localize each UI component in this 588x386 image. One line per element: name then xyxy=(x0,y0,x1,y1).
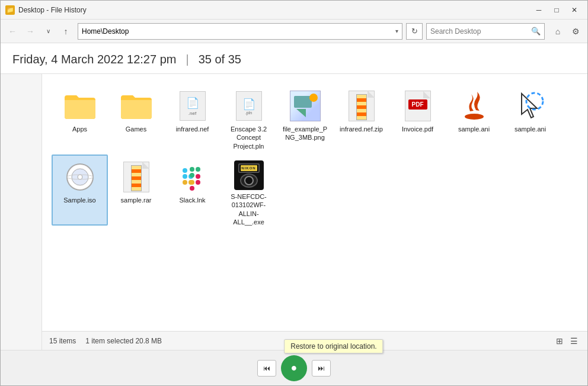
file-item-name: Sample.iso xyxy=(63,196,95,204)
svg-rect-10 xyxy=(190,167,194,172)
file-item-name: infrared.nef.zip xyxy=(340,125,383,133)
file-item-name: Enscape 3.2 Concept Project.pln xyxy=(224,125,273,150)
date-header: Friday, 4 March 2022 12:27 pm | 35 of 35 xyxy=(1,43,587,74)
nav-bar: ← → ∨ ↑ ▾ ↻ 🔍 ⌂ ⚙ xyxy=(1,20,587,43)
window-title: Desktop - File History xyxy=(18,6,531,14)
maximize-button[interactable]: □ xyxy=(548,4,565,17)
svg-rect-8 xyxy=(183,168,187,173)
file-item-name: Slack.lnk xyxy=(179,196,205,204)
svg-rect-12 xyxy=(190,173,194,178)
file-area: Apps Games 📄 xyxy=(42,74,587,350)
svg-point-5 xyxy=(78,175,82,179)
title-bar: 📁 Desktop - File History ─ □ ✕ xyxy=(1,1,587,20)
status-info: 15 items 1 item selected 20.8 MB xyxy=(49,337,162,345)
file-item-name: Apps xyxy=(72,125,87,133)
list-item[interactable]: file_example_PNG_3MB.png xyxy=(277,83,333,155)
forward-button[interactable]: → xyxy=(22,23,39,40)
count-text: 35 of 35 xyxy=(199,53,241,66)
file-item-name: sample.ani xyxy=(458,125,490,133)
zip-icon xyxy=(345,89,378,123)
items-count: 15 items xyxy=(49,337,76,345)
list-item[interactable]: 📄 .nef infrared.nef xyxy=(164,83,220,155)
restore-tooltip: Restore to original location. xyxy=(284,339,383,353)
nikon-exe-icon: NIKON xyxy=(232,160,266,190)
file-item-name: sample.ani xyxy=(514,125,546,133)
close-button[interactable]: ✕ xyxy=(566,4,583,17)
png-icon xyxy=(289,89,322,123)
list-item[interactable]: Apps xyxy=(52,83,108,155)
folder-icon xyxy=(120,89,153,123)
list-item[interactable]: Games xyxy=(108,83,164,155)
svg-point-0 xyxy=(465,114,484,120)
window-controls: ─ □ ✕ xyxy=(531,4,583,17)
svg-rect-18 xyxy=(190,186,194,191)
file-item-name: sample.rar xyxy=(121,196,152,204)
slack-icon xyxy=(176,160,209,194)
bottom-bar: ⏮ ● ⏭ Restore to original location. xyxy=(1,350,587,385)
file-item-name: infrared.nef xyxy=(176,125,209,133)
refresh-button[interactable]: ↻ xyxy=(406,23,423,40)
list-item[interactable]: Sample.iso xyxy=(52,155,108,226)
pln-icon: 📄 .pln xyxy=(232,89,266,123)
java-icon xyxy=(458,89,491,123)
iso-icon xyxy=(63,160,97,194)
svg-rect-15 xyxy=(190,180,194,185)
list-item[interactable]: sample.ani xyxy=(502,83,558,155)
search-input[interactable] xyxy=(430,27,531,36)
selected-info: 1 item selected 20.8 MB xyxy=(85,337,162,345)
list-item[interactable]: sample.ani xyxy=(446,83,502,155)
svg-rect-13 xyxy=(183,180,187,185)
file-item-name: S-NEFCDC-013102WF-ALLIN-ALL__.exe xyxy=(224,192,273,226)
rar-icon xyxy=(120,160,153,194)
prev-button[interactable]: ⏮ xyxy=(257,360,276,377)
list-item[interactable]: sample.rar xyxy=(108,155,164,226)
main-window: 📁 Desktop - File History ─ □ ✕ ← → ∨ ↑ ▾… xyxy=(0,0,588,386)
date-separator: | xyxy=(186,53,188,66)
file-item-name: Games xyxy=(126,125,146,133)
app-icon: 📁 xyxy=(5,5,15,15)
settings-button[interactable]: ⚙ xyxy=(567,23,584,40)
main-content: Apps Games 📄 xyxy=(1,74,587,350)
next-button[interactable]: ⏭ xyxy=(312,360,331,377)
back-button[interactable]: ← xyxy=(4,23,21,40)
ani-cursor-icon xyxy=(514,89,547,123)
search-bar: 🔍 xyxy=(426,23,545,40)
view-controls: ⊞ ☰ xyxy=(553,334,580,348)
home-button[interactable]: ⌂ xyxy=(549,23,566,40)
folder-icon xyxy=(63,89,97,123)
pdf-icon: PDF xyxy=(401,89,434,123)
nef-icon: 📄 .nef xyxy=(176,89,209,123)
svg-marker-1 xyxy=(522,94,537,118)
svg-rect-7 xyxy=(183,174,187,179)
sidebar xyxy=(1,74,42,350)
list-item[interactable]: 📄 .pln Enscape 3.2 Concept Project.pln xyxy=(220,83,277,155)
file-grid: Apps Games 📄 xyxy=(42,74,587,331)
play-button[interactable]: ● xyxy=(281,355,307,381)
toolbar-right: ⌂ ⚙ xyxy=(549,23,584,40)
search-button[interactable]: 🔍 xyxy=(531,27,541,36)
file-item-name: Invoice.pdf xyxy=(402,125,433,133)
date-text: Friday, 4 March 2022 12:27 pm xyxy=(12,53,176,66)
up-button[interactable]: ↑ xyxy=(57,23,74,40)
list-item[interactable]: infrared.nef.zip xyxy=(333,83,389,155)
dropdown-button[interactable]: ∨ xyxy=(40,23,56,40)
minimize-button[interactable]: ─ xyxy=(531,4,547,17)
list-item[interactable]: NIKON S-NEFCDC-013102WF-ALLIN-ALL__.exe xyxy=(220,155,277,226)
list-item[interactable]: PDF Invoice.pdf xyxy=(389,83,446,155)
svg-rect-16 xyxy=(196,174,200,179)
file-item-name: file_example_PNG_3MB.png xyxy=(280,125,330,142)
address-chevron-icon[interactable]: ▾ xyxy=(395,28,398,34)
list-view-button[interactable]: ☰ xyxy=(567,334,580,348)
address-input[interactable] xyxy=(82,27,395,36)
address-bar: ▾ xyxy=(78,23,402,40)
list-item[interactable]: Slack.lnk xyxy=(164,155,220,226)
grid-view-button[interactable]: ⊞ xyxy=(553,334,566,348)
svg-rect-17 xyxy=(196,180,200,185)
svg-rect-11 xyxy=(196,167,200,172)
